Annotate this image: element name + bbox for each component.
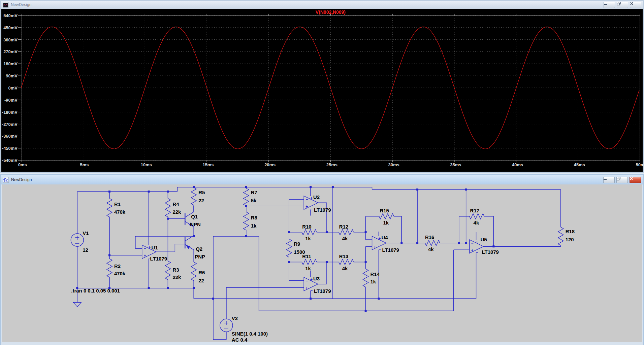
sine-trace[interactable] xyxy=(21,27,639,149)
schematic-window-icon xyxy=(3,177,9,183)
waveform-plot-area[interactable]: 540mV450mV360mV270mV180mV90mV0mV-90mV-18… xyxy=(1,9,643,172)
resistor-symbol xyxy=(363,269,368,287)
component-label-R11-value[interactable]: 1k xyxy=(305,266,311,271)
trace-title[interactable]: V(N002,N009) xyxy=(316,9,346,15)
component-label-U2-value[interactable]: LT1079 xyxy=(314,207,331,212)
opamp-pin-mark: − xyxy=(471,241,474,246)
component-label-R9-ref[interactable]: R9 xyxy=(294,241,300,247)
opamp-pin-mark: + xyxy=(476,240,478,244)
component-label-R3-ref[interactable]: R3 xyxy=(172,267,179,273)
restore-button[interactable] xyxy=(616,177,628,183)
close-button[interactable] xyxy=(630,177,641,183)
component-label-R8-value[interactable]: 1k xyxy=(251,223,257,229)
restore-button[interactable] xyxy=(617,2,628,8)
component-label-V1-value[interactable]: 12 xyxy=(83,247,88,253)
opamp-pin-mark: + xyxy=(310,277,313,282)
component-label-U5-ref[interactable]: U5 xyxy=(481,237,487,242)
component-label-R5-value[interactable]: 22 xyxy=(198,198,204,203)
component-label-R13-value[interactable]: 4k xyxy=(342,266,348,271)
component-label-U1-ref[interactable]: U1 xyxy=(152,245,158,250)
component-label-R2-ref[interactable]: R2 xyxy=(114,263,121,269)
waveform-window-icon xyxy=(3,2,8,8)
component-label-R1-value[interactable]: 470k xyxy=(114,209,126,214)
resistor-symbol xyxy=(470,214,484,219)
component-label-R10-value[interactable]: 1k xyxy=(305,236,311,241)
component-label-U3-value[interactable]: LT1079 xyxy=(314,288,331,294)
component-label-R18-ref[interactable]: R18 xyxy=(566,229,575,234)
component-label-R7-value[interactable]: 5k xyxy=(251,198,257,203)
opamp-pin-mark: + xyxy=(305,204,308,209)
component-label-R10-ref[interactable]: R10 xyxy=(302,224,311,230)
component-label-R16-value[interactable]: 4k xyxy=(428,246,434,252)
component-label-U4-ref[interactable]: U4 xyxy=(381,235,388,240)
component-label-R4-ref[interactable]: R4 xyxy=(172,201,179,207)
pnp-symbol xyxy=(185,236,194,250)
component-label-R15-value[interactable]: 1k xyxy=(383,220,389,226)
component-label-R8-ref[interactable]: R8 xyxy=(251,215,257,220)
component-label-Q1-value[interactable]: NPN xyxy=(190,221,201,227)
component-label-R4-value[interactable]: 22k xyxy=(172,209,181,214)
component-label-R6-ref[interactable]: R6 xyxy=(198,270,205,275)
opamp-pin-mark: − xyxy=(378,247,381,252)
component-label-U1-value[interactable]: LT1079 xyxy=(150,256,167,262)
component-label-R18-value[interactable]: 120 xyxy=(566,237,574,242)
x-tick-label: 40ms xyxy=(512,162,523,167)
component-label-Q2-value[interactable]: PNP xyxy=(195,254,205,260)
component-label-R2-value[interactable]: 470k xyxy=(114,271,126,276)
component-label-R15-ref[interactable]: R15 xyxy=(380,207,389,213)
component-label-R12-ref[interactable]: R12 xyxy=(339,224,348,230)
component-label-R17-value[interactable]: 4k xyxy=(474,220,479,226)
ground-symbol xyxy=(73,302,81,307)
component-labels[interactable]: R1470kR2470kR322kR422kR522R622R75kR81kR9… xyxy=(71,189,575,342)
component-label-V2-value[interactable]: SINE(1 0.4 100) xyxy=(232,331,268,337)
opamp-pin-mark: + xyxy=(471,248,474,253)
component-label-Q2-ref[interactable]: Q2 xyxy=(196,246,202,252)
component-label-R1-ref[interactable]: R1 xyxy=(114,201,121,207)
y-tick-label: -360mV xyxy=(2,134,18,139)
component-label-R16-ref[interactable]: R16 xyxy=(425,234,434,240)
x-tick-label: 50ms xyxy=(636,162,643,167)
schematic-titlebar[interactable]: NewDesign xyxy=(1,175,643,184)
close-button[interactable] xyxy=(630,2,641,8)
x-tick-label: 20ms xyxy=(264,162,276,167)
component-label-R6-value[interactable]: 22 xyxy=(198,278,204,283)
component-label-U4-value[interactable]: LT1079 xyxy=(382,247,399,253)
component-label-V2-ref[interactable]: V2 xyxy=(232,315,238,321)
component-label-U2-ref[interactable]: U2 xyxy=(313,194,320,200)
resistor-symbol xyxy=(425,240,440,246)
opamps[interactable]: −++−−++−−++−−++−−++− xyxy=(142,196,484,293)
component-label-R3-value[interactable]: 22k xyxy=(172,274,181,280)
waveform-window: NewDesign 540mV450mV360mV270mV180mV90mV0… xyxy=(0,0,644,173)
x-tick-label: 30ms xyxy=(388,162,399,167)
opamp-pin-mark: + xyxy=(310,196,313,201)
component-label-R7-ref[interactable]: R7 xyxy=(251,189,257,195)
component-label-R12-value[interactable]: 4k xyxy=(342,236,348,241)
component-label-U3-ref[interactable]: U3 xyxy=(313,276,320,281)
y-tick-label: 540mV xyxy=(3,13,18,18)
spice-directive[interactable]: .tran 0 0.1 0.05 0.001 xyxy=(71,288,120,294)
component-label-R14-value[interactable]: 1k xyxy=(371,279,376,284)
component-label-R17-ref[interactable]: R17 xyxy=(470,207,479,213)
component-label-R5-ref[interactable]: R5 xyxy=(198,189,205,195)
waveform-titlebar[interactable]: NewDesign xyxy=(1,1,643,9)
resistor-symbol xyxy=(191,262,196,280)
component-label-Q1-ref[interactable]: Q1 xyxy=(191,214,198,219)
opamp-pin-mark: + xyxy=(374,245,376,249)
axis-labels: 540mV450mV360mV270mV180mV90mV0mV-90mV-18… xyxy=(2,13,643,167)
component-label-R14-ref[interactable]: R14 xyxy=(371,271,380,277)
component-label-R11-ref[interactable]: R11 xyxy=(302,253,311,259)
minimize-button[interactable] xyxy=(603,177,615,183)
schematic-canvas[interactable]: −++−−++−−++−−++−−++−R1470kR2470kR322kR42… xyxy=(2,184,642,342)
x-tick-label: 5ms xyxy=(80,162,89,167)
waveform-window-title: NewDesign xyxy=(11,2,31,7)
component-label-V2-value2[interactable]: AC 0.4 xyxy=(232,337,248,342)
resistor-symbol xyxy=(339,259,354,265)
component-label-U5-value[interactable]: LT1079 xyxy=(482,249,499,255)
y-tick-label: -540mV xyxy=(2,158,18,163)
minimize-button[interactable] xyxy=(604,2,615,8)
component-label-V1-ref[interactable]: V1 xyxy=(83,230,89,236)
transistors[interactable] xyxy=(185,206,194,250)
plus-minus-marks xyxy=(75,236,79,243)
component-label-R13-ref[interactable]: R13 xyxy=(339,253,348,259)
plus-minus-marks xyxy=(224,321,228,328)
